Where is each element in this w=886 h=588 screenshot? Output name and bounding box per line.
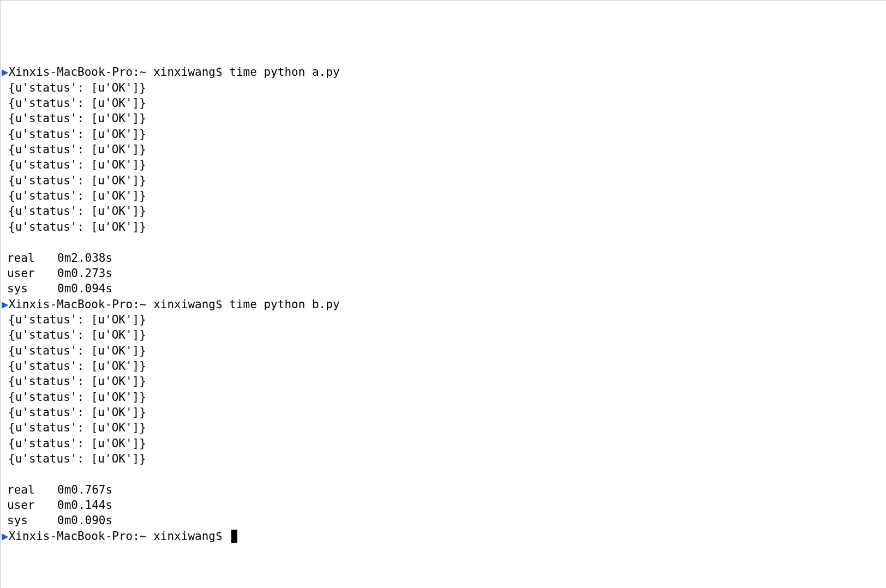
prompt-line: ▶Xinxis-MacBook-Pro:~ xinxiwang$ time py… [1, 64, 886, 80]
prompt-text: Xinxis-MacBook-Pro:~ xinxiwang$ time pyt… [9, 298, 340, 311]
timing-value: 0m0.273s [57, 267, 112, 280]
output-line: {u'status': [u'OK']} [1, 405, 886, 420]
output-line: {u'status': [u'OK']} [1, 436, 886, 451]
cursor[interactable] [231, 530, 237, 543]
terminal-output[interactable]: ▶Xinxis-MacBook-Pro:~ xinxiwang$ time py… [1, 64, 886, 544]
output-line: {u'status': [u'OK']} [1, 374, 886, 389]
output-line: {u'status': [u'OK']} [1, 111, 886, 126]
prompt-line: ▶Xinxis-MacBook-Pro:~ xinxiwang$ time py… [1, 297, 886, 312]
timing-label: real [7, 250, 57, 266]
output-line: {u'status': [u'OK']} [1, 188, 886, 203]
timing-label: real [7, 482, 57, 497]
timing-label: user [7, 497, 57, 513]
output-line: {u'status': [u'OK']} [1, 420, 886, 435]
timing-row: sys0m0.094s [1, 281, 886, 296]
blank-line [1, 466, 886, 482]
timing-row: real0m2.038s [1, 250, 886, 266]
timing-value: 0m0.767s [57, 483, 112, 496]
output-line: {u'status': [u'OK']} [1, 142, 886, 157]
timing-label: sys [7, 281, 57, 296]
prompt-marker-icon: ▶ [2, 65, 9, 79]
output-line: {u'status': [u'OK']} [1, 312, 886, 327]
prompt-text: Xinxis-MacBook-Pro:~ xinxiwang$ [9, 530, 230, 543]
prompt-marker-icon: ▶ [2, 530, 9, 543]
timing-row: user0m0.144s [1, 497, 886, 513]
output-line: {u'status': [u'OK']} [1, 327, 886, 343]
output-line: {u'status': [u'OK']} [1, 203, 886, 219]
prompt-line: ▶Xinxis-MacBook-Pro:~ xinxiwang$ [1, 529, 886, 544]
output-line: {u'status': [u'OK']} [1, 95, 886, 111]
timing-row: real0m0.767s [1, 482, 886, 497]
prompt-marker-icon: ▶ [2, 298, 9, 311]
output-line: {u'status': [u'OK']} [1, 127, 886, 142]
output-line: {u'status': [u'OK']} [1, 219, 886, 235]
timing-value: 0m0.090s [57, 514, 112, 527]
timing-value: 0m0.094s [57, 282, 112, 295]
timing-label: user [7, 266, 57, 281]
output-line: {u'status': [u'OK']} [1, 157, 886, 172]
output-line: {u'status': [u'OK']} [1, 343, 886, 358]
timing-label: sys [7, 513, 57, 528]
timing-value: 0m2.038s [57, 251, 112, 265]
timing-row: sys0m0.090s [1, 513, 886, 528]
output-line: {u'status': [u'OK']} [1, 358, 886, 374]
prompt-text: Xinxis-MacBook-Pro:~ xinxiwang$ time pyt… [9, 65, 340, 79]
output-line: {u'status': [u'OK']} [1, 173, 886, 188]
output-line: {u'status': [u'OK']} [1, 389, 886, 405]
output-line: {u'status': [u'OK']} [1, 451, 886, 466]
blank-line [1, 235, 886, 250]
timing-value: 0m0.144s [57, 499, 112, 512]
output-line: {u'status': [u'OK']} [1, 80, 886, 95]
timing-row: user0m0.273s [1, 266, 886, 281]
